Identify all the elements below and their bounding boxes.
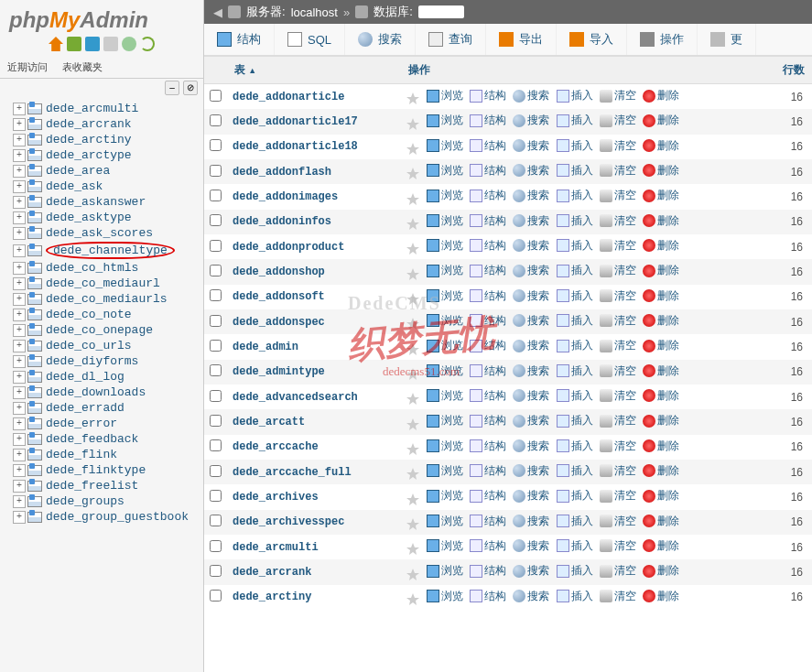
home-icon[interactable]	[49, 37, 63, 51]
expand-icon[interactable]: +	[13, 355, 26, 368]
tree-item-label[interactable]: dede_ask_scores	[46, 226, 153, 240]
favorite-icon[interactable]	[406, 243, 419, 255]
empty-link[interactable]: 清空	[600, 88, 636, 103]
table-name-link[interactable]: dede_archives	[233, 491, 319, 504]
tab-export[interactable]: 导出	[486, 24, 557, 55]
row-checkbox[interactable]	[210, 590, 222, 602]
tree-item-label[interactable]: dede_erradd	[46, 401, 125, 415]
search-link[interactable]: 搜索	[513, 188, 549, 203]
browse-link[interactable]: 浏览	[427, 138, 463, 154]
expand-icon[interactable]: +	[13, 340, 26, 352]
structure-link[interactable]: 结构	[470, 138, 506, 154]
tree-item-label[interactable]: dede_ask	[46, 179, 103, 193]
search-link[interactable]: 搜索	[513, 288, 549, 304]
search-link[interactable]: 搜索	[513, 263, 549, 278]
browse-link[interactable]: 浏览	[427, 488, 463, 504]
tree-item[interactable]: +dede_co_htmls	[0, 260, 203, 276]
empty-link[interactable]: 清空	[600, 514, 636, 529]
expand-icon[interactable]: +	[13, 244, 26, 257]
empty-link[interactable]: 清空	[600, 163, 636, 179]
tree-item-label[interactable]: dede_askanswer	[46, 195, 146, 209]
favorite-icon[interactable]	[406, 418, 419, 431]
table-name-link[interactable]: dede_addonspec	[233, 316, 325, 329]
tree-item[interactable]: +dede_arctype	[0, 147, 203, 163]
tree-item-label[interactable]: dede_downloads	[46, 385, 146, 399]
search-link[interactable]: 搜索	[513, 113, 549, 128]
empty-link[interactable]: 清空	[600, 488, 636, 504]
settings-icon[interactable]	[122, 37, 136, 51]
insert-link[interactable]: 插入	[557, 463, 593, 479]
structure-link[interactable]: 结构	[470, 238, 506, 254]
expand-icon[interactable]: +	[13, 180, 26, 193]
expand-icon[interactable]: +	[13, 227, 26, 240]
row-checkbox[interactable]	[210, 90, 222, 102]
expand-icon[interactable]: +	[13, 324, 26, 337]
browse-link[interactable]: 浏览	[427, 589, 463, 604]
row-checkbox[interactable]	[210, 439, 222, 451]
tab-structure[interactable]: 结构	[204, 24, 275, 55]
insert-link[interactable]: 插入	[557, 288, 593, 304]
empty-link[interactable]: 清空	[600, 363, 636, 379]
search-link[interactable]: 搜索	[513, 514, 549, 529]
link-icon[interactable]: ⊘	[183, 81, 198, 95]
drop-link[interactable]: 删除	[643, 263, 679, 278]
browse-link[interactable]: 浏览	[427, 388, 463, 404]
insert-link[interactable]: 插入	[557, 363, 593, 379]
insert-link[interactable]: 插入	[557, 263, 593, 278]
expand-icon[interactable]: +	[13, 386, 26, 399]
structure-link[interactable]: 结构	[470, 388, 506, 404]
insert-link[interactable]: 插入	[557, 88, 593, 103]
structure-link[interactable]: 结构	[470, 88, 506, 103]
insert-link[interactable]: 插入	[557, 589, 593, 604]
structure-link[interactable]: 结构	[470, 413, 506, 428]
browse-link[interactable]: 浏览	[427, 288, 463, 304]
table-name-link[interactable]: dede_arccache	[233, 440, 319, 453]
row-checkbox[interactable]	[210, 265, 222, 276]
tree-item[interactable]: +dede_erradd	[0, 400, 203, 416]
docs-icon[interactable]	[103, 37, 118, 51]
tree-item-label[interactable]: dede_diyforms	[46, 354, 138, 368]
tree-item[interactable]: +dede_ask	[0, 179, 203, 194]
empty-link[interactable]: 清空	[600, 213, 636, 229]
favorite-icon[interactable]	[406, 168, 419, 180]
tree-item[interactable]: +dede_flinktype	[0, 462, 203, 478]
table-name-link[interactable]: dede_advancedsearch	[233, 391, 358, 404]
drop-link[interactable]: 删除	[643, 288, 679, 304]
insert-link[interactable]: 插入	[557, 188, 593, 203]
favorite-icon[interactable]	[406, 593, 419, 606]
tree-item-label[interactable]: dede_channeltype	[46, 242, 175, 259]
structure-link[interactable]: 结构	[470, 213, 506, 229]
structure-link[interactable]: 结构	[470, 338, 506, 353]
table-name-link[interactable]: dede_addonarticle18	[233, 140, 358, 153]
structure-link[interactable]: 结构	[470, 263, 506, 278]
empty-link[interactable]: 清空	[600, 538, 636, 554]
row-checkbox[interactable]	[210, 415, 222, 427]
drop-link[interactable]: 删除	[643, 113, 679, 128]
tree-item-label[interactable]: dede_co_htmls	[46, 261, 138, 275]
drop-link[interactable]: 删除	[643, 138, 679, 154]
drop-link[interactable]: 删除	[643, 563, 679, 579]
drop-link[interactable]: 删除	[643, 388, 679, 404]
browse-link[interactable]: 浏览	[427, 188, 463, 203]
expand-icon[interactable]: +	[13, 480, 26, 493]
tree-item[interactable]: +dede_arctiny	[0, 132, 203, 147]
empty-link[interactable]: 清空	[600, 263, 636, 278]
search-link[interactable]: 搜索	[513, 563, 549, 579]
empty-link[interactable]: 清空	[600, 313, 636, 329]
structure-link[interactable]: 结构	[470, 439, 506, 454]
browse-link[interactable]: 浏览	[427, 263, 463, 278]
empty-link[interactable]: 清空	[600, 113, 636, 128]
browse-link[interactable]: 浏览	[427, 439, 463, 454]
table-name-link[interactable]: dede_addonarticle17	[233, 115, 358, 128]
search-link[interactable]: 搜索	[513, 488, 549, 504]
drop-link[interactable]: 删除	[643, 363, 679, 379]
favorite-icon[interactable]	[406, 443, 419, 456]
empty-link[interactable]: 清空	[600, 413, 636, 428]
row-checkbox[interactable]	[210, 565, 222, 577]
structure-link[interactable]: 结构	[470, 538, 506, 554]
expand-icon[interactable]: +	[13, 103, 26, 115]
row-checkbox[interactable]	[210, 139, 222, 151]
structure-link[interactable]: 结构	[470, 288, 506, 304]
drop-link[interactable]: 删除	[643, 88, 679, 103]
tree-item[interactable]: +dede_area	[0, 163, 203, 179]
